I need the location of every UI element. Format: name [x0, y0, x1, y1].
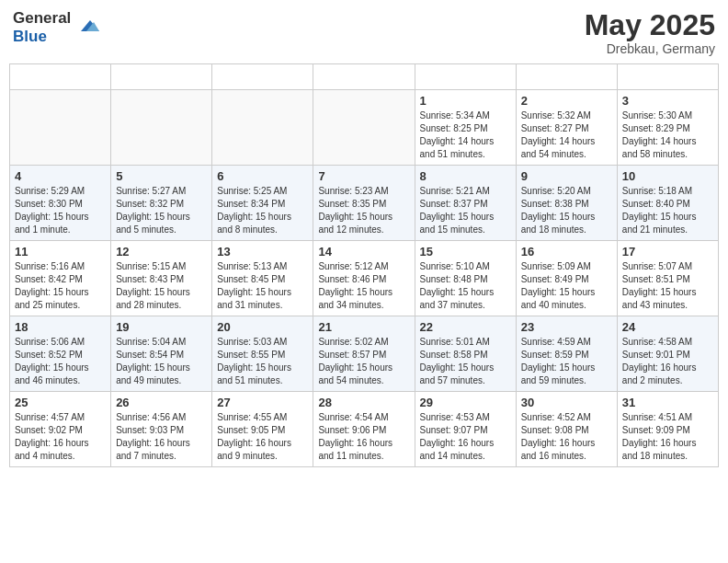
- day-number: 6: [217, 169, 308, 183]
- day-info: Sunrise: 4:57 AM Sunset: 9:02 PM Dayligh…: [15, 411, 106, 463]
- day-info: Sunrise: 4:55 AM Sunset: 9:05 PM Dayligh…: [217, 411, 308, 463]
- day-number: 28: [318, 396, 409, 409]
- calendar-cell: 6Sunrise: 5:25 AM Sunset: 8:34 PM Daylig…: [212, 166, 313, 241]
- calendar-cell: [10, 90, 111, 166]
- calendar-cell: 11Sunrise: 5:16 AM Sunset: 8:42 PM Dayli…: [10, 241, 111, 316]
- day-info: Sunrise: 4:54 AM Sunset: 9:06 PM Dayligh…: [318, 411, 409, 463]
- day-info: Sunrise: 5:09 AM Sunset: 8:49 PM Dayligh…: [521, 260, 612, 312]
- day-number: 10: [622, 169, 713, 183]
- calendar-cell: 28Sunrise: 4:54 AM Sunset: 9:06 PM Dayli…: [313, 392, 415, 467]
- calendar-header-row: SundayMondayTuesdayWednesdayThursdayFrid…: [10, 64, 719, 90]
- day-info: Sunrise: 4:59 AM Sunset: 8:59 PM Dayligh…: [521, 336, 612, 387]
- day-info: Sunrise: 5:02 AM Sunset: 8:57 PM Dayligh…: [318, 336, 409, 387]
- day-number: 1: [420, 94, 511, 108]
- header-saturday: Saturday: [617, 64, 718, 90]
- calendar-week-4: 18Sunrise: 5:06 AM Sunset: 8:52 PM Dayli…: [10, 316, 719, 392]
- day-number: 30: [521, 396, 612, 409]
- day-number: 15: [420, 245, 511, 259]
- calendar-cell: 12Sunrise: 5:15 AM Sunset: 8:43 PM Dayli…: [111, 241, 212, 316]
- calendar-cell: 27Sunrise: 4:55 AM Sunset: 9:05 PM Dayli…: [212, 392, 313, 467]
- day-info: Sunrise: 5:03 AM Sunset: 8:55 PM Dayligh…: [217, 336, 308, 387]
- day-info: Sunrise: 5:12 AM Sunset: 8:46 PM Dayligh…: [318, 260, 409, 312]
- day-number: 22: [420, 320, 511, 334]
- calendar-cell: 17Sunrise: 5:07 AM Sunset: 8:51 PM Dayli…: [617, 241, 718, 316]
- day-info: Sunrise: 5:16 AM Sunset: 8:42 PM Dayligh…: [15, 260, 106, 312]
- day-info: Sunrise: 5:07 AM Sunset: 8:51 PM Dayligh…: [622, 260, 713, 312]
- calendar-cell: 19Sunrise: 5:04 AM Sunset: 8:54 PM Dayli…: [111, 316, 212, 392]
- day-number: 4: [15, 169, 106, 183]
- day-number: 14: [318, 245, 409, 259]
- calendar-cell: 13Sunrise: 5:13 AM Sunset: 8:45 PM Dayli…: [212, 241, 313, 316]
- day-info: Sunrise: 5:04 AM Sunset: 8:54 PM Dayligh…: [116, 336, 207, 387]
- day-info: Sunrise: 5:01 AM Sunset: 8:58 PM Dayligh…: [420, 336, 511, 387]
- header-sunday: Sunday: [10, 64, 111, 90]
- calendar-cell: [313, 90, 415, 166]
- day-number: 19: [116, 320, 207, 334]
- day-info: Sunrise: 4:52 AM Sunset: 9:08 PM Dayligh…: [521, 411, 612, 463]
- calendar-cell: 25Sunrise: 4:57 AM Sunset: 9:02 PM Dayli…: [10, 392, 111, 467]
- day-info: Sunrise: 5:23 AM Sunset: 8:35 PM Dayligh…: [318, 185, 409, 236]
- day-number: 9: [521, 169, 612, 183]
- page-header: General Blue May 2025 Drebkau, Germany: [9, 9, 719, 56]
- day-info: Sunrise: 5:30 AM Sunset: 8:29 PM Dayligh…: [622, 109, 713, 161]
- day-info: Sunrise: 5:25 AM Sunset: 8:34 PM Dayligh…: [217, 185, 308, 236]
- calendar-cell: 16Sunrise: 5:09 AM Sunset: 8:49 PM Dayli…: [516, 241, 617, 316]
- day-info: Sunrise: 5:15 AM Sunset: 8:43 PM Dayligh…: [116, 260, 207, 312]
- calendar-cell: 8Sunrise: 5:21 AM Sunset: 8:37 PM Daylig…: [415, 166, 516, 241]
- day-number: 25: [15, 396, 106, 409]
- calendar-cell: [111, 90, 212, 166]
- calendar-cell: 3Sunrise: 5:30 AM Sunset: 8:29 PM Daylig…: [617, 90, 718, 166]
- calendar-week-5: 25Sunrise: 4:57 AM Sunset: 9:02 PM Dayli…: [10, 392, 719, 467]
- day-number: 21: [318, 320, 409, 334]
- day-info: Sunrise: 5:18 AM Sunset: 8:40 PM Dayligh…: [622, 185, 713, 236]
- day-number: 3: [622, 94, 713, 108]
- header-friday: Friday: [516, 64, 617, 90]
- day-info: Sunrise: 5:10 AM Sunset: 8:48 PM Dayligh…: [420, 260, 511, 312]
- day-number: 24: [622, 320, 713, 334]
- day-info: Sunrise: 5:20 AM Sunset: 8:38 PM Dayligh…: [521, 185, 612, 236]
- day-number: 7: [318, 169, 409, 183]
- logo: General Blue: [13, 9, 99, 47]
- calendar-cell: 4Sunrise: 5:29 AM Sunset: 8:30 PM Daylig…: [10, 166, 111, 241]
- calendar-cell: 24Sunrise: 4:58 AM Sunset: 9:01 PM Dayli…: [617, 316, 718, 392]
- calendar-week-2: 4Sunrise: 5:29 AM Sunset: 8:30 PM Daylig…: [10, 166, 719, 241]
- header-wednesday: Wednesday: [313, 64, 415, 90]
- logo-blue: Blue: [13, 28, 71, 46]
- logo-general: General: [13, 9, 71, 28]
- calendar-cell: 5Sunrise: 5:27 AM Sunset: 8:32 PM Daylig…: [111, 166, 212, 241]
- calendar-cell: 30Sunrise: 4:52 AM Sunset: 9:08 PM Dayli…: [516, 392, 617, 467]
- day-info: Sunrise: 4:53 AM Sunset: 9:07 PM Dayligh…: [420, 411, 511, 463]
- day-info: Sunrise: 5:06 AM Sunset: 8:52 PM Dayligh…: [15, 336, 106, 387]
- day-info: Sunrise: 5:34 AM Sunset: 8:25 PM Dayligh…: [420, 109, 511, 161]
- calendar-cell: 31Sunrise: 4:51 AM Sunset: 9:09 PM Dayli…: [617, 392, 718, 467]
- day-number: 31: [622, 396, 713, 409]
- calendar-cell: 26Sunrise: 4:56 AM Sunset: 9:03 PM Dayli…: [111, 392, 212, 467]
- header-thursday: Thursday: [415, 64, 516, 90]
- day-info: Sunrise: 5:27 AM Sunset: 8:32 PM Dayligh…: [116, 185, 207, 236]
- logo-icon: [74, 13, 99, 39]
- calendar-cell: 20Sunrise: 5:03 AM Sunset: 8:55 PM Dayli…: [212, 316, 313, 392]
- calendar-table: SundayMondayTuesdayWednesdayThursdayFrid…: [9, 63, 719, 467]
- calendar-cell: 14Sunrise: 5:12 AM Sunset: 8:46 PM Dayli…: [313, 241, 415, 316]
- calendar-cell: 7Sunrise: 5:23 AM Sunset: 8:35 PM Daylig…: [313, 166, 415, 241]
- day-number: 29: [420, 396, 511, 409]
- calendar-cell: 10Sunrise: 5:18 AM Sunset: 8:40 PM Dayli…: [617, 166, 718, 241]
- day-info: Sunrise: 5:32 AM Sunset: 8:27 PM Dayligh…: [521, 109, 612, 161]
- calendar-cell: 18Sunrise: 5:06 AM Sunset: 8:52 PM Dayli…: [10, 316, 111, 392]
- title-block: May 2025 Drebkau, Germany: [585, 9, 715, 56]
- calendar-cell: 22Sunrise: 5:01 AM Sunset: 8:58 PM Dayli…: [415, 316, 516, 392]
- month-year: May 2025: [585, 9, 715, 41]
- day-number: 20: [217, 320, 308, 334]
- day-info: Sunrise: 5:13 AM Sunset: 8:45 PM Dayligh…: [217, 260, 308, 312]
- calendar-cell: 1Sunrise: 5:34 AM Sunset: 8:25 PM Daylig…: [415, 90, 516, 166]
- calendar-cell: 2Sunrise: 5:32 AM Sunset: 8:27 PM Daylig…: [516, 90, 617, 166]
- day-number: 5: [116, 169, 207, 183]
- day-number: 23: [521, 320, 612, 334]
- location: Drebkau, Germany: [585, 41, 715, 56]
- day-number: 27: [217, 396, 308, 409]
- day-number: 17: [622, 245, 713, 259]
- calendar-cell: 9Sunrise: 5:20 AM Sunset: 8:38 PM Daylig…: [516, 166, 617, 241]
- day-info: Sunrise: 5:29 AM Sunset: 8:30 PM Dayligh…: [15, 185, 106, 236]
- calendar-week-3: 11Sunrise: 5:16 AM Sunset: 8:42 PM Dayli…: [10, 241, 719, 316]
- day-number: 26: [116, 396, 207, 409]
